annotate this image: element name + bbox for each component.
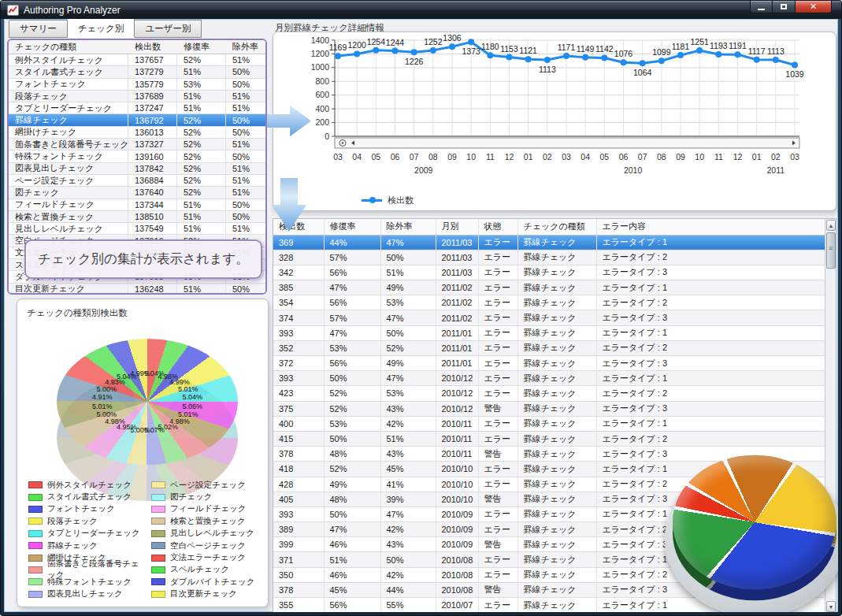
svg-text:09: 09 bbox=[447, 152, 457, 161]
detail-column-header[interactable]: 除外率 bbox=[380, 219, 436, 235]
detail-row[interactable]: 34256%51%2011/03エラー罫線チェックエラータイプ : 3 bbox=[273, 265, 825, 280]
detail-column-header[interactable]: チェックの種類 bbox=[517, 219, 596, 235]
pie-slice-label: 5.01% bbox=[178, 385, 198, 393]
legend-swatch-icon bbox=[151, 530, 165, 537]
svg-text:11: 11 bbox=[486, 152, 495, 161]
scroll-thumb[interactable] bbox=[826, 232, 836, 269]
svg-text:1373: 1373 bbox=[462, 46, 480, 56]
svg-text:03: 03 bbox=[562, 152, 571, 161]
detail-row[interactable]: 32857%50%2011/03エラー罫線チェックエラータイプ : 2 bbox=[273, 250, 825, 265]
check-summary-row[interactable]: 罫線チェック13679252%50% bbox=[9, 114, 265, 126]
cell: 137549 bbox=[128, 223, 177, 234]
legend-item: ページ設定チェック bbox=[151, 479, 268, 491]
cell: 136248 bbox=[128, 284, 177, 295]
cell: 目次更新チェック bbox=[9, 284, 128, 295]
legend-item: フォントチェック bbox=[28, 503, 145, 515]
cell: 50% bbox=[226, 211, 265, 222]
svg-text:1153: 1153 bbox=[500, 44, 518, 54]
check-summary-row[interactable]: ページ設定チェック13688452%51% bbox=[9, 175, 265, 187]
check-summary-row[interactable]: 検索と置換チェック13851051%50% bbox=[9, 211, 265, 223]
check-summary-row[interactable]: 例外スタイルチェック13765752%51% bbox=[9, 54, 265, 66]
legend-swatch-icon bbox=[151, 494, 165, 501]
check-summary-row[interactable]: 見出しレベルチェック13754951%51% bbox=[9, 223, 265, 235]
svg-text:600: 600 bbox=[315, 90, 329, 99]
check-summary-row[interactable]: 図チェック13764052%51% bbox=[9, 187, 265, 199]
title-bar[interactable]: Authoring Pro Analyzer ✕ bbox=[1, 1, 841, 19]
svg-text:09: 09 bbox=[676, 152, 685, 161]
pie-slice-label: 5.00% bbox=[97, 410, 117, 418]
svg-text:200: 200 bbox=[315, 117, 329, 127]
legend-swatch-icon bbox=[151, 578, 165, 585]
detail-row[interactable]: 37457%47%2011/02エラー罫線チェックエラータイプ : 3 bbox=[273, 310, 825, 325]
tab-summary[interactable]: サマリー bbox=[9, 20, 68, 38]
svg-text:1149: 1149 bbox=[577, 44, 595, 54]
cell: 51% bbox=[177, 199, 226, 210]
legend-swatch-icon bbox=[151, 555, 165, 562]
pie-chart bbox=[57, 339, 238, 465]
tab-by-check[interactable]: チェック別 bbox=[68, 19, 135, 38]
svg-text:1200: 1200 bbox=[311, 49, 330, 58]
detail-column-header[interactable]: 状態 bbox=[478, 219, 517, 235]
legend-swatch-icon bbox=[151, 542, 165, 549]
cell: フィールドチェック bbox=[9, 199, 128, 210]
tab-by-user[interactable]: ユーザー別 bbox=[135, 20, 202, 38]
detail-row[interactable]: 42352%53%2010/12エラー罫線チェックエラータイプ : 2 bbox=[273, 386, 825, 401]
svg-text:02: 02 bbox=[771, 152, 781, 161]
detail-row[interactable]: 37256%49%2011/01エラー罫線チェックエラータイプ : 3 bbox=[273, 356, 825, 371]
cell: 137657 bbox=[128, 54, 177, 65]
check-summary-row[interactable]: 段落チェック13768951%51% bbox=[9, 91, 265, 102]
detail-column-header[interactable]: エラー内容 bbox=[596, 219, 825, 235]
cell: 50% bbox=[226, 199, 265, 210]
legend-item: 図表見出しチェック bbox=[28, 588, 145, 600]
chart-range-scrollbar[interactable] bbox=[335, 138, 799, 148]
svg-text:02: 02 bbox=[543, 152, 552, 161]
detail-column-header[interactable]: 月別 bbox=[436, 219, 478, 235]
cell: 137247 bbox=[128, 102, 177, 113]
check-summary-row[interactable]: 網掛けチェック13601352%50% bbox=[9, 127, 265, 139]
scroll-up-button[interactable]: ▲ bbox=[826, 220, 836, 231]
check-summary-row[interactable]: 箇条書きと段落番号チェック13732752%51% bbox=[9, 139, 265, 150]
legend-item: 特殊フォントチェック bbox=[28, 576, 145, 588]
check-summary-row[interactable]: フォントチェック13577953%50% bbox=[9, 79, 265, 91]
detail-row[interactable]: 37552%43%2010/12警告罫線チェックエラータイプ : 3 bbox=[273, 401, 825, 416]
pie-legend: 例外スタイルチェックスタイル書式チェックフォントチェック段落チェックタブとリーダ… bbox=[28, 479, 268, 600]
legend-item: 空白ページチェック bbox=[151, 540, 268, 551]
detail-column-header[interactable]: 修復率 bbox=[324, 219, 380, 235]
legend-item: フィールドチェック bbox=[151, 503, 268, 515]
detail-row[interactable]: 39347%50%2011/01エラー罫線チェックエラータイプ : 1 bbox=[273, 325, 825, 340]
window-title: Authoring Pro Analyzer bbox=[24, 5, 121, 16]
legend-item: スペルチェック bbox=[151, 564, 268, 576]
check-summary-row[interactable]: 図表見出しチェック13784252%51% bbox=[9, 163, 265, 175]
cell: 51% bbox=[177, 91, 226, 102]
detail-column-header[interactable]: 検出数 bbox=[273, 219, 324, 235]
close-button[interactable]: ✕ bbox=[796, 1, 832, 13]
detail-row[interactable]: 39350%47%2010/12エラー罫線チェックエラータイプ : 1 bbox=[273, 371, 825, 386]
cell: 51% bbox=[177, 66, 226, 77]
check-summary-row[interactable]: 特殊フォントチェック13916052%50% bbox=[9, 150, 265, 162]
svg-text:1200: 1200 bbox=[347, 40, 366, 50]
column-header[interactable]: チェックの種類 bbox=[9, 41, 128, 53]
cell: 51% bbox=[177, 223, 226, 234]
column-header[interactable]: 除外率 bbox=[226, 41, 265, 53]
legend-swatch-icon bbox=[28, 506, 43, 513]
detail-row[interactable]: 35456%53%2011/02エラー罫線チェックエラータイプ : 2 bbox=[273, 295, 825, 310]
svg-text:1117: 1117 bbox=[748, 46, 766, 56]
check-summary-row[interactable]: 目次更新チェック13624851%50% bbox=[9, 284, 265, 295]
maximize-button[interactable] bbox=[773, 1, 796, 13]
legend-swatch-icon bbox=[151, 591, 165, 598]
detail-row[interactable]: 36944%47%2011/03エラー罫線チェックエラータイプ : 1 bbox=[273, 235, 825, 250]
cell: 137640 bbox=[128, 187, 177, 198]
detail-row[interactable]: 40053%42%2010/11エラー罫線チェックエラータイプ : 1 bbox=[273, 416, 825, 431]
pie-slice-label: 4.99% bbox=[130, 369, 150, 377]
svg-text:1252: 1252 bbox=[424, 37, 443, 46]
svg-text:10: 10 bbox=[466, 152, 476, 161]
check-summary-row[interactable]: フィールドチェック13734451%50% bbox=[9, 199, 265, 211]
detail-row[interactable]: 38547%49%2011/02エラー罫線チェックエラータイプ : 1 bbox=[273, 280, 825, 295]
check-summary-row[interactable]: スタイル書式チェック13727951%50% bbox=[9, 66, 265, 78]
cell: 52% bbox=[177, 139, 226, 150]
detail-row[interactable]: 35253%52%2011/01エラー罫線チェックエラータイプ : 2 bbox=[273, 340, 825, 355]
column-header[interactable]: 修復率 bbox=[177, 41, 226, 53]
column-header[interactable]: 検出数 bbox=[128, 41, 177, 53]
check-summary-row[interactable]: タブとリーダーチェック13724751%51% bbox=[9, 102, 265, 114]
minimize-button[interactable] bbox=[750, 1, 773, 13]
